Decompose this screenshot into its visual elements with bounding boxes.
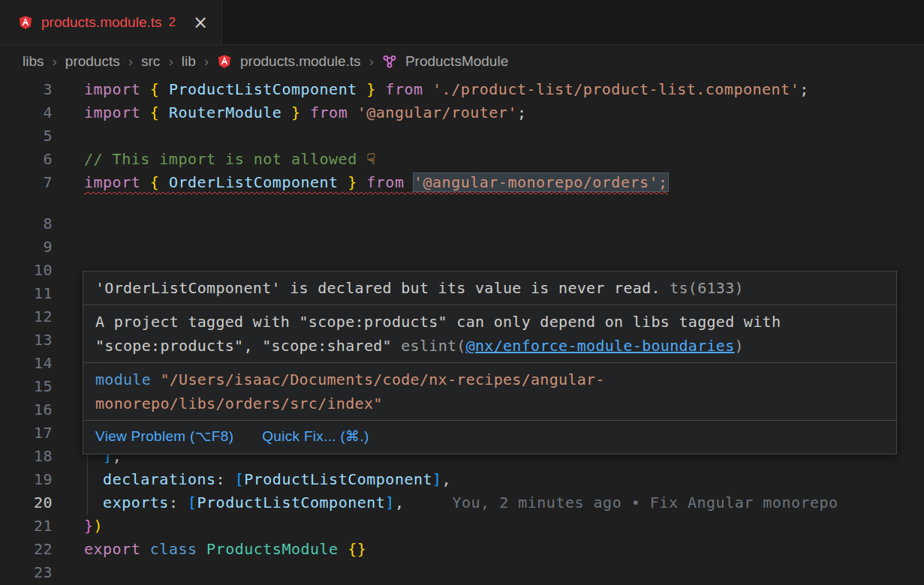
- angular-icon: [217, 54, 232, 69]
- tab-products-module[interactable]: products.module.ts 2 ×: [0, 0, 222, 44]
- code-line[interactable]: 20 exports: [ProductListComponent],You, …: [0, 491, 924, 514]
- code-line[interactable]: 21}): [0, 514, 924, 538]
- code-token: [376, 80, 386, 98]
- code-token: [: [188, 494, 197, 512]
- code-line[interactable]: 3import { ProductListComponent } from '.…: [0, 78, 924, 101]
- code-token: {}: [348, 540, 366, 558]
- code-token: import: [84, 80, 140, 98]
- code-token: exports: [103, 494, 169, 512]
- line-number: 10: [0, 259, 53, 282]
- line-content[interactable]: import { RouterModule } from '@angular/r…: [84, 101, 527, 124]
- line-content[interactable]: }): [84, 514, 103, 538]
- code-token: [339, 540, 348, 558]
- code-token: ProductListComponent: [169, 80, 357, 98]
- code-token: [423, 80, 433, 98]
- code-token: [357, 80, 367, 98]
- breadcrumb-item-symbol[interactable]: ProductsModule: [405, 53, 508, 70]
- chevron-right-icon: ›: [128, 53, 133, 70]
- git-blame-annotation: You, 2 minutes ago • Fix Angular monorep…: [452, 494, 838, 512]
- code-token: ]: [432, 470, 442, 488]
- code-token: ;: [799, 80, 809, 98]
- code-token: [357, 173, 367, 191]
- line-number: 14: [0, 352, 53, 375]
- line-content[interactable]: import { ProductListComponent } from './…: [84, 78, 809, 101]
- code-line[interactable]: 4import { RouterModule } from '@angular/…: [0, 101, 924, 124]
- code-token: [140, 540, 150, 558]
- code-token: import: [84, 104, 140, 122]
- code-token: [140, 80, 150, 98]
- code-line[interactable]: 23: [0, 561, 924, 584]
- code-line[interactable]: 5: [0, 124, 924, 148]
- code-line[interactable]: 7import { OrderListComponent } from '@an…: [0, 171, 924, 194]
- breadcrumb-item-file[interactable]: products.module.ts: [240, 53, 361, 70]
- code-token: ProductsModule: [206, 540, 339, 558]
- line-number: 20: [0, 491, 53, 514]
- line-content[interactable]: exports: [ProductListComponent],You, 2 m…: [84, 491, 838, 514]
- tab-bar: products.module.ts 2 ×: [0, 0, 924, 45]
- line-number: 4: [0, 101, 53, 124]
- line-content[interactable]: // This import is not allowed ☟: [84, 148, 376, 171]
- code-token: }: [291, 104, 301, 122]
- code-token: [159, 104, 169, 122]
- view-problem-button[interactable]: View Problem (⌥F8): [95, 425, 233, 448]
- code-editor[interactable]: 3import { ProductListComponent } from '.…: [0, 77, 924, 584]
- line-number: 8: [0, 212, 53, 236]
- code-token: [339, 173, 348, 191]
- code-token: '@angular/router': [357, 104, 517, 122]
- code-token: [: [235, 470, 245, 488]
- line-number: 21: [0, 514, 53, 538]
- line-number: 5: [0, 124, 53, 148]
- tab-title: products.module.ts: [41, 14, 162, 31]
- code-token: [404, 173, 414, 191]
- code-line[interactable]: 6// This import is not allowed ☟: [0, 148, 924, 171]
- code-token: '@angular-monorepo/orders';: [414, 173, 668, 191]
- code-token: ☟: [366, 150, 376, 168]
- chevron-right-icon: ›: [53, 53, 57, 70]
- code-token: {: [150, 104, 160, 122]
- code-token: [300, 104, 310, 122]
- code-token: }: [366, 80, 376, 98]
- hover-module-path: module "/Users/isaac/Documents/code/nx-r…: [83, 363, 896, 421]
- breadcrumb-item-lib[interactable]: lib: [182, 53, 196, 70]
- breadcrumb-item-src[interactable]: src: [141, 53, 160, 70]
- code-line[interactable]: 9: [0, 236, 924, 259]
- code-line[interactable]: 22export class ProductsModule {}: [0, 538, 924, 561]
- code-token: :: [169, 494, 188, 512]
- indent-guide: [87, 468, 88, 491]
- line-content[interactable]: declarations: [ProductListComponent],: [84, 468, 451, 491]
- code-token: OrderListComponent: [169, 173, 339, 191]
- code-token: ]: [385, 494, 395, 512]
- line-content[interactable]: export class ProductsModule {}: [84, 538, 366, 561]
- code-token: ProductListComponent: [244, 470, 432, 488]
- code-token: declarations: [103, 470, 216, 488]
- breadcrumb-item-libs[interactable]: libs: [23, 53, 44, 70]
- error-hover-widget: 'OrderListComponent' is declared but its…: [83, 271, 897, 454]
- eslint-rule-link[interactable]: @nx/enforce-module-boundaries: [466, 337, 735, 355]
- code-token: ,: [442, 470, 452, 488]
- line-number: 23: [0, 561, 53, 584]
- line-number: 22: [0, 538, 53, 561]
- ts-error-code: ts(6133): [661, 279, 744, 297]
- angular-icon: [18, 15, 33, 30]
- line-number: 12: [0, 305, 53, 328]
- code-line[interactable]: 19 declarations: [ProductListComponent],: [0, 468, 924, 491]
- code-token: ProductListComponent: [197, 494, 386, 512]
- line-number: 17: [0, 422, 53, 445]
- module-keyword: module: [95, 370, 151, 388]
- line-number: 16: [0, 398, 53, 422]
- code-line[interactable]: 8: [0, 212, 924, 236]
- code-token: [281, 104, 291, 122]
- code-token: [348, 104, 357, 122]
- code-token: {: [150, 80, 160, 98]
- close-icon[interactable]: ×: [193, 14, 208, 32]
- quick-fix-button[interactable]: Quick Fix... (⌘.): [262, 425, 369, 448]
- code-token: from: [385, 80, 423, 98]
- code-token: class: [150, 540, 197, 558]
- code-token: [197, 540, 207, 558]
- code-token: [159, 80, 169, 98]
- code-token: }: [348, 173, 357, 191]
- breadcrumb-item-products[interactable]: products: [65, 53, 120, 70]
- indent-guide: [87, 491, 88, 514]
- line-number: 13: [0, 328, 53, 352]
- line-content[interactable]: import { OrderListComponent } from '@ang…: [84, 171, 668, 194]
